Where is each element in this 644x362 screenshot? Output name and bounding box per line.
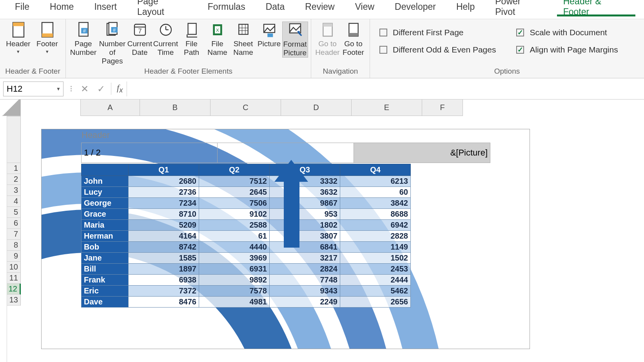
table-cell[interactable]: 2680: [129, 176, 199, 187]
current-time-button[interactable]: Current Time: [153, 22, 179, 57]
col-header-B[interactable]: B: [140, 100, 210, 116]
table-cell[interactable]: 6942: [340, 220, 411, 231]
tab-help[interactable]: Help: [446, 0, 485, 16]
col-header-E[interactable]: E: [352, 100, 422, 116]
table-cell[interactable]: 2824: [270, 264, 340, 275]
row-header-13[interactable]: 13: [7, 295, 21, 306]
table-cell[interactable]: 2444: [340, 275, 411, 286]
table-cell[interactable]: John: [82, 176, 129, 187]
row-header-1[interactable]: 1: [7, 163, 21, 174]
row-header-12[interactable]: 12: [7, 284, 21, 295]
table-cell[interactable]: 7748: [270, 275, 340, 286]
tab-review[interactable]: Review: [295, 0, 345, 16]
select-all-triangle[interactable]: [2, 100, 21, 116]
number-of-pages-button[interactable]: # Number of Pages: [98, 22, 127, 65]
table-cell[interactable]: Dave: [82, 297, 129, 308]
current-date-button[interactable]: 7 Current Date: [127, 22, 153, 57]
table-cell[interactable]: 1502: [340, 253, 411, 264]
table-cell[interactable]: 2588: [199, 220, 270, 231]
table-cell[interactable]: 8710: [129, 209, 199, 220]
footer-dropdown[interactable]: Footer: [33, 22, 62, 56]
table-cell[interactable]: 5462: [340, 286, 411, 297]
table-cell[interactable]: 4440: [199, 242, 270, 253]
row-header-11[interactable]: 11: [7, 273, 21, 284]
sheet-name-button[interactable]: Sheet Name: [230, 22, 256, 57]
col-header-D[interactable]: D: [281, 100, 352, 116]
table-cell[interactable]: Maria: [82, 220, 129, 231]
tab-home[interactable]: Home: [40, 0, 84, 16]
table-cell[interactable]: 6938: [129, 275, 199, 286]
file-path-button[interactable]: File Path: [179, 22, 205, 57]
table-cell[interactable]: 3217: [270, 253, 340, 264]
tab-page-layout[interactable]: Page Layout: [127, 0, 198, 16]
tab-data[interactable]: Data: [256, 0, 295, 16]
chk-align[interactable]: Align with Page Margins: [516, 45, 618, 54]
tab-formulas[interactable]: Formulas: [198, 0, 256, 16]
table-cell[interactable]: 2828: [340, 231, 411, 242]
row-header-8[interactable]: 8: [7, 240, 21, 251]
table-cell[interactable]: 9343: [270, 286, 340, 297]
table-cell[interactable]: 7578: [199, 286, 270, 297]
page-number-button[interactable]: # Page Number: [69, 22, 98, 57]
table-cell[interactable]: 6931: [199, 264, 270, 275]
enter-icon[interactable]: ✓: [93, 83, 109, 94]
table-cell[interactable]: Lucy: [82, 187, 129, 198]
formula-input[interactable]: [127, 81, 644, 96]
table-cell[interactable]: 8476: [129, 297, 199, 308]
col-header-A[interactable]: A: [80, 100, 140, 116]
goto-footer-button[interactable]: Go to Footer: [341, 22, 366, 57]
table-cell[interactable]: 5209: [129, 220, 199, 231]
tab-header-footer[interactable]: Header & Footer: [553, 0, 639, 16]
table-cell[interactable]: Bill: [82, 264, 129, 275]
table-cell[interactable]: 8688: [340, 209, 411, 220]
table-cell[interactable]: 7234: [129, 198, 199, 209]
picture-button[interactable]: Picture: [256, 22, 282, 48]
tab-developer[interactable]: Developer: [385, 0, 446, 16]
cancel-icon[interactable]: ✕: [76, 83, 93, 94]
tab-view[interactable]: View: [345, 0, 385, 16]
row-header-10[interactable]: 10: [7, 262, 21, 273]
table-cell[interactable]: 3969: [199, 253, 270, 264]
table-cell[interactable]: 9892: [199, 275, 270, 286]
table-cell[interactable]: 2656: [340, 297, 411, 308]
col-header-C[interactable]: C: [210, 100, 281, 116]
table-cell[interactable]: 3842: [340, 198, 411, 209]
header-left[interactable]: 1 / 2: [81, 143, 218, 163]
table-cell[interactable]: 2453: [340, 264, 411, 275]
row-header-2[interactable]: 2: [7, 174, 21, 185]
table-cell[interactable]: Grace: [82, 209, 129, 220]
table-cell[interactable]: 61: [199, 231, 270, 242]
table-cell[interactable]: 7372: [129, 286, 199, 297]
name-box[interactable]: H12 ▼: [3, 81, 63, 96]
header-dropdown[interactable]: Header: [4, 22, 33, 56]
table-cell[interactable]: 2249: [270, 297, 340, 308]
fx-icon[interactable]: fx: [111, 83, 127, 94]
goto-header-button[interactable]: Go to Header: [315, 22, 341, 57]
table-cell[interactable]: Herman: [82, 231, 129, 242]
row-header-4[interactable]: 4: [7, 196, 21, 207]
row-header-3[interactable]: 3: [7, 185, 21, 196]
file-name-button[interactable]: X File Name: [205, 22, 230, 57]
header-right[interactable]: &[Picture]: [354, 143, 490, 163]
col-header-F[interactable]: F: [422, 100, 463, 116]
table-cell[interactable]: 7512: [199, 176, 270, 187]
table-cell[interactable]: 2736: [129, 187, 199, 198]
table-cell[interactable]: Frank: [82, 275, 129, 286]
table-cell[interactable]: 1897: [129, 264, 199, 275]
table-cell[interactable]: 2645: [199, 187, 270, 198]
dropdown-icon[interactable]: ▼: [56, 86, 61, 92]
table-cell[interactable]: George: [82, 198, 129, 209]
tab-power-pivot[interactable]: Power Pivot: [485, 0, 553, 16]
table-cell[interactable]: 6213: [340, 176, 411, 187]
chk-different-odd-even[interactable]: Different Odd & Even Pages: [379, 45, 496, 54]
table-cell[interactable]: 4164: [129, 231, 199, 242]
table-cell[interactable]: Jane: [82, 253, 129, 264]
table-cell[interactable]: 1149: [340, 242, 411, 253]
table-cell[interactable]: 1585: [129, 253, 199, 264]
tab-insert[interactable]: Insert: [84, 0, 127, 16]
table-cell[interactable]: 7506: [199, 198, 270, 209]
table-cell[interactable]: 9102: [199, 209, 270, 220]
chk-different-first[interactable]: Different First Page: [379, 28, 496, 37]
row-header-9[interactable]: 9: [7, 251, 21, 262]
table-cell[interactable]: Eric: [82, 286, 129, 297]
